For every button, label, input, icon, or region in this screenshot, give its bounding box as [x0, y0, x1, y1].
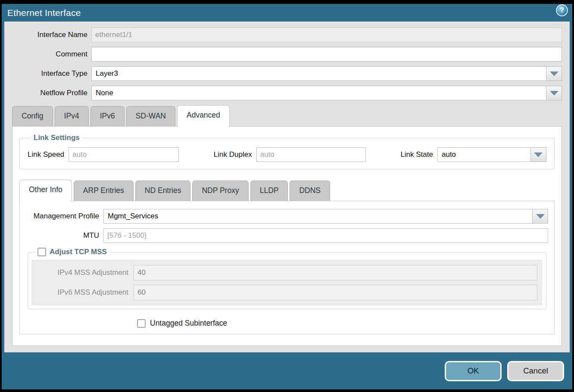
- link-state-value: auto: [438, 148, 530, 162]
- link-state-group: Link State auto: [400, 147, 546, 162]
- mtu-row: MTU: [26, 228, 548, 243]
- management-profile-value: Mgmt_Services: [104, 209, 532, 223]
- chevron-down-icon: [550, 72, 558, 76]
- tab-lldp[interactable]: LLDP: [250, 180, 288, 201]
- ipv6-mss-row: IPv6 MSS Adjustment: [37, 285, 537, 300]
- dialog-frame: Ethernet Interface ? Interface Name Comm…: [0, 0, 574, 392]
- link-speed-group: Link Speed: [28, 147, 179, 162]
- link-speed-field[interactable]: [69, 147, 179, 162]
- tab-arp-entries[interactable]: ARP Entries: [74, 180, 134, 201]
- dialog-title: Ethernet Interface: [7, 8, 81, 18]
- adjust-tcp-mss-fieldset: Adjust TCP MSS IPv4 MSS Adjustment IPv6 …: [28, 248, 546, 309]
- adjust-tcp-mss-checkbox[interactable]: [37, 248, 46, 256]
- tab-nd-entries[interactable]: ND Entries: [135, 180, 191, 201]
- interface-type-value: Layer3: [92, 67, 546, 81]
- management-profile-select[interactable]: Mgmt_Services: [103, 209, 548, 224]
- untagged-subinterface-row: Untagged Subinterface: [137, 319, 548, 328]
- tab-other-info[interactable]: Other Info: [19, 180, 72, 201]
- tab-ipv6[interactable]: IPv6: [90, 106, 125, 126]
- untagged-subinterface-label: Untagged Subinterface: [150, 319, 227, 328]
- ok-button[interactable]: OK: [445, 361, 502, 381]
- tab-sdwan[interactable]: SD-WAN: [126, 106, 175, 126]
- link-settings-row: Link Speed Link Duplex Link State auto: [28, 147, 546, 162]
- link-speed-label: Link Speed: [28, 150, 69, 159]
- ipv6-mss-field: [134, 285, 537, 300]
- chevron-down-icon: [536, 214, 545, 219]
- tab-config[interactable]: Config: [12, 106, 53, 126]
- mss-disabled-box: IPv4 MSS Adjustment IPv6 MSS Adjustment: [31, 260, 543, 305]
- comment-label: Comment: [12, 50, 91, 59]
- netflow-profile-label: Netflow Profile: [12, 89, 91, 97]
- tab-ddns[interactable]: DDNS: [290, 180, 330, 201]
- dialog-body: Interface Name Comment Interface Type La…: [4, 22, 570, 352]
- adjust-tcp-mss-legend: Adjust TCP MSS: [35, 248, 109, 256]
- link-state-select[interactable]: auto: [437, 147, 546, 162]
- dialog-footer: OK Cancel: [2, 352, 572, 389]
- interface-type-dropdown-button[interactable]: [546, 67, 562, 81]
- untagged-subinterface-checkbox[interactable]: [137, 319, 146, 328]
- advanced-tab-panel: Link Settings Link Speed Link Duplex Lin…: [12, 126, 562, 346]
- chevron-down-icon: [550, 91, 558, 96]
- management-profile-row: Management Profile Mgmt_Services: [26, 209, 548, 224]
- mtu-label: MTU: [26, 231, 103, 240]
- netflow-profile-select[interactable]: None: [91, 86, 562, 100]
- tab-advanced[interactable]: Advanced: [177, 105, 230, 127]
- interface-type-select[interactable]: Layer3: [91, 66, 562, 81]
- link-duplex-field[interactable]: [256, 147, 366, 162]
- inner-tabstrip: Other Info ARP Entries ND Entries NDP Pr…: [19, 180, 555, 201]
- link-state-label: Link State: [400, 150, 437, 159]
- interface-type-row: Interface Type Layer3: [12, 66, 562, 81]
- mtu-field[interactable]: [103, 228, 548, 243]
- interface-name-field: [91, 28, 562, 42]
- ipv6-mss-label: IPv6 MSS Adjustment: [37, 288, 134, 297]
- interface-name-label: Interface Name: [12, 31, 91, 39]
- chevron-down-icon: [534, 152, 543, 157]
- help-icon[interactable]: ?: [556, 4, 568, 16]
- netflow-profile-dropdown-button[interactable]: [546, 86, 562, 100]
- ipv4-mss-row: IPv4 MSS Adjustment: [37, 265, 537, 280]
- netflow-profile-value: None: [92, 86, 546, 100]
- tab-ipv4[interactable]: IPv4: [55, 106, 89, 126]
- title-bar: Ethernet Interface ?: [2, 4, 572, 22]
- link-settings-legend: Link Settings: [31, 134, 82, 142]
- management-profile-dropdown-button[interactable]: [532, 209, 548, 223]
- link-duplex-label: Link Duplex: [214, 150, 256, 159]
- comment-row: Comment: [12, 47, 562, 62]
- link-state-dropdown-button[interactable]: [530, 148, 546, 162]
- netflow-profile-row: Netflow Profile None: [12, 86, 562, 100]
- tab-ndp-proxy[interactable]: NDP Proxy: [192, 180, 248, 201]
- link-settings-fieldset: Link Settings Link Speed Link Duplex Lin…: [19, 134, 555, 169]
- link-duplex-group: Link Duplex: [214, 147, 366, 162]
- comment-field[interactable]: [91, 47, 562, 62]
- main-tabstrip: Config IPv4 IPv6 SD-WAN Advanced: [12, 105, 562, 126]
- ipv4-mss-label: IPv4 MSS Adjustment: [37, 268, 134, 277]
- adjust-tcp-mss-label: Adjust TCP MSS: [50, 248, 107, 256]
- interface-name-row: Interface Name: [12, 28, 562, 42]
- other-info-panel: Management Profile Mgmt_Services MTU: [19, 201, 555, 334]
- interface-type-label: Interface Type: [12, 69, 91, 78]
- ipv4-mss-field: [134, 265, 537, 280]
- ethernet-interface-dialog: Ethernet Interface ? Interface Name Comm…: [2, 4, 572, 389]
- cancel-button[interactable]: Cancel: [507, 361, 564, 381]
- management-profile-label: Management Profile: [26, 212, 103, 221]
